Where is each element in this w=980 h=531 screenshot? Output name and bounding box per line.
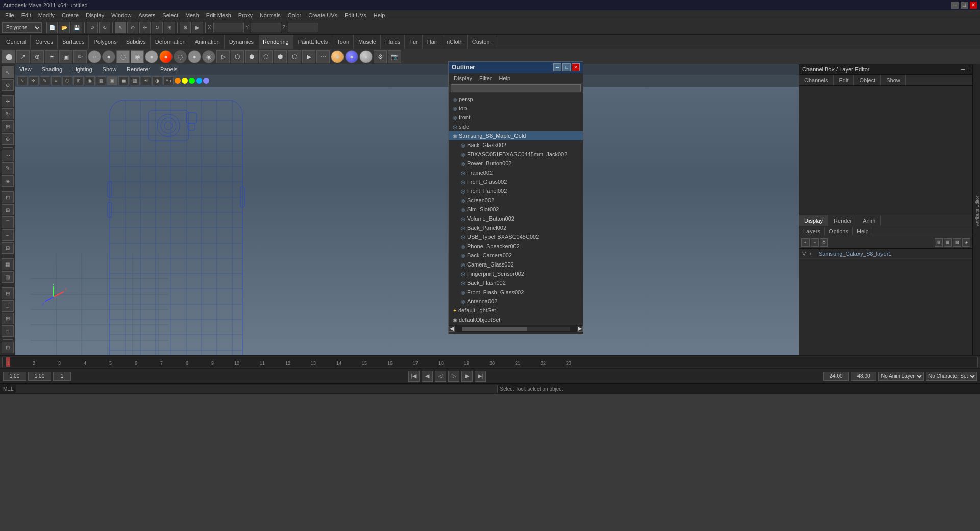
move-button[interactable]: ✛ <box>2 95 14 107</box>
universal-manip-button[interactable]: ⊕ <box>2 133 14 145</box>
outliner-tree-item[interactable]: ◎ Camera_Glass002 <box>449 260 583 269</box>
outliner-scrollbar[interactable]: ◀ ▶ <box>449 325 583 332</box>
vp-outliner-btn[interactable]: ≡ <box>51 76 61 85</box>
shelf-icon-material7[interactable]: ◌ <box>174 50 187 63</box>
menu-modify[interactable]: Modify <box>35 12 58 19</box>
show-manip-button[interactable]: ◈ <box>2 175 14 187</box>
shelf-tab-polygons[interactable]: Polygons <box>89 35 121 49</box>
rotate-tool[interactable]: ↻ <box>152 22 163 33</box>
redo-button[interactable]: ↻ <box>99 22 110 33</box>
menu-edit-uvs[interactable]: Edit UVs <box>341 12 370 19</box>
outliner-tree-item[interactable]: ◉ defaultObjectSet <box>449 315 583 324</box>
shelf-icon-sphere[interactable]: ⬤ <box>2 50 15 63</box>
shelf-icon-material5[interactable]: ● <box>145 50 158 63</box>
next-frame-button[interactable]: ▶ <box>461 371 473 382</box>
shelf-tab-general[interactable]: General <box>2 35 31 49</box>
minimize-button[interactable]: ─ <box>951 2 959 9</box>
outliner-scrollbar-track[interactable] <box>462 327 570 331</box>
render-region-button[interactable]: ▦ <box>2 258 14 270</box>
vp-color5[interactable] <box>203 78 209 84</box>
shelf-icon-camera-icon[interactable]: 📷 <box>388 50 401 63</box>
outliner-close-btn[interactable]: ✕ <box>572 63 580 71</box>
shelf-icon-material[interactable]: ○ <box>88 50 101 63</box>
menu-file[interactable]: File <box>2 12 17 19</box>
vp-layout-btn[interactable]: ⊞ <box>74 76 84 85</box>
outliner-tree-item[interactable]: ◎ Back_Glass002 <box>449 140 583 150</box>
shelf-icon-render-icon[interactable]: ⚙ <box>374 50 387 63</box>
layer-delete-btn[interactable]: − <box>811 238 819 247</box>
outliner-tree-item[interactable]: ◎ Antenna002 <box>449 297 583 306</box>
vp-color3[interactable] <box>189 78 195 84</box>
outliner-scroll-right[interactable]: ▶ <box>577 326 583 332</box>
outliner-help-menu[interactable]: Help <box>496 75 514 81</box>
close-button[interactable]: ✕ <box>970 2 977 9</box>
channel-box-minimize[interactable]: ─ <box>961 66 965 73</box>
shelf-tab-deformation[interactable]: Deformation <box>151 35 190 49</box>
paint-select-button[interactable]: ⊙ <box>2 79 14 91</box>
shelf-icon-material2[interactable]: ● <box>102 50 115 63</box>
outliner-tree-item[interactable]: ◎ top <box>449 104 583 113</box>
undo-button[interactable]: ↺ <box>87 22 98 33</box>
timeline-ruler[interactable]: 1 2 3 4 5 6 7 8 9 10 11 12 13 14 15 16 1… <box>2 357 978 367</box>
vp-textured-btn[interactable]: ▩ <box>130 76 140 85</box>
maximize-button[interactable]: □ <box>961 2 968 9</box>
menu-select[interactable]: Select <box>159 12 181 19</box>
outliner-tree-item[interactable]: ◎ Front_Panel002 <box>449 186 583 196</box>
prev-frame-button[interactable]: ◀ <box>422 371 433 382</box>
menu-mesh[interactable]: Mesh <box>182 12 202 19</box>
shelf-tab-dynamics[interactable]: Dynamics <box>225 35 258 49</box>
outliner-filter-menu[interactable]: Filter <box>476 75 495 81</box>
shelf-icon-light[interactable]: ☀ <box>45 50 58 63</box>
play-forward-button[interactable]: ▷ <box>448 371 459 382</box>
outliner-tree-item[interactable]: ◎ Screen002 <box>449 196 583 205</box>
anim-layer-select[interactable]: No Anim Layer <box>878 372 924 381</box>
cb-tab-show[interactable]: Show <box>881 75 906 85</box>
soft-mod-button[interactable]: ⋯ <box>2 150 14 161</box>
shelf-tab-animation[interactable]: Animation <box>191 35 225 49</box>
attr-editor-label[interactable]: Attribute Editor <box>975 196 980 226</box>
new-scene-button[interactable]: 📄 <box>46 22 58 33</box>
outliner-tree-item[interactable]: ◎ USB_TypeFBXASC045C002 <box>449 232 583 242</box>
move-tool[interactable]: ✛ <box>139 22 151 33</box>
vp-move-btn[interactable]: ✛ <box>29 76 39 85</box>
outliner-tree-item[interactable]: ◎ Sim_Slot002 <box>449 205 583 214</box>
menu-assets[interactable]: Assets <box>135 12 158 19</box>
outliner-search-input[interactable] <box>451 84 581 92</box>
layout-options-button[interactable]: ≡ <box>2 325 14 337</box>
snap-view-button[interactable]: ⊟ <box>2 242 14 254</box>
outliner-tree-item[interactable]: ◎ Back_Panel002 <box>449 223 583 232</box>
outliner-tree-item[interactable]: ◎ Back_Camera002 <box>449 251 583 260</box>
mode-select[interactable]: Polygons Surfaces Dynamics Rendering nDy… <box>2 22 42 33</box>
cb-tab-object[interactable]: Object <box>854 75 881 85</box>
shelf-icon-ball1[interactable]: ● <box>331 50 344 63</box>
shelf-icon-render4[interactable]: ⬡ <box>259 50 273 63</box>
window-controls[interactable]: ─ □ ✕ <box>951 2 977 9</box>
shelf-tab-muscle[interactable]: Muscle <box>354 35 381 49</box>
lighting-menu[interactable]: Lighting <box>72 66 92 73</box>
panels-menu[interactable]: Panels <box>160 66 178 73</box>
shelf-icon-render1[interactable]: ▷ <box>216 50 230 63</box>
menu-color[interactable]: Color <box>285 12 304 19</box>
shelf-tab-painteffects[interactable]: PaintEffects <box>294 35 333 49</box>
shelf-icon-material9[interactable]: ◉ <box>202 50 215 63</box>
layer-tab-layers[interactable]: Layers <box>799 227 825 235</box>
shelf-icon-cube[interactable]: ▣ <box>59 50 72 63</box>
playback-end-input2[interactable] <box>851 372 876 381</box>
cb-tab-channels[interactable]: Channels <box>799 75 834 85</box>
layout-single-button[interactable]: □ <box>2 300 14 312</box>
shelf-icon-ball3[interactable]: ● <box>359 50 373 63</box>
menu-create[interactable]: Create <box>59 12 82 19</box>
shelf-tab-hair[interactable]: Hair <box>423 35 442 49</box>
shelf-icon-material6[interactable]: ● <box>159 50 173 63</box>
shelf-icon-arrow[interactable]: ↗ <box>16 50 30 63</box>
dr-tab-display[interactable]: Display <box>799 215 828 226</box>
vp-shadows-btn[interactable]: ◑ <box>152 76 162 85</box>
layer-name[interactable]: Samsung_Galaxy_S8_layer1 <box>819 251 891 257</box>
shelf-icon-render6[interactable]: ⬡ <box>288 50 301 63</box>
shelf-icon-target[interactable]: ⊕ <box>31 50 44 63</box>
render-settings[interactable]: ⚙ <box>180 22 191 33</box>
vp-lights-btn[interactable]: ☀ <box>141 76 151 85</box>
scale-tool[interactable]: ⊞ <box>164 22 175 33</box>
vp-shading-btn[interactable]: ◉ <box>85 76 95 85</box>
view-menu[interactable]: View <box>19 66 32 73</box>
